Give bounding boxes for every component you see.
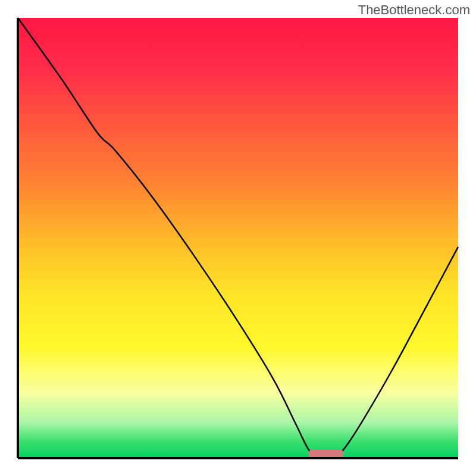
bottleneck-chart: TheBottleneck.com [0,0,476,476]
chart-svg [0,0,476,476]
gradient-background [18,18,458,458]
watermark-text: TheBottleneck.com [358,2,470,18]
optimal-range-marker [308,450,343,458]
